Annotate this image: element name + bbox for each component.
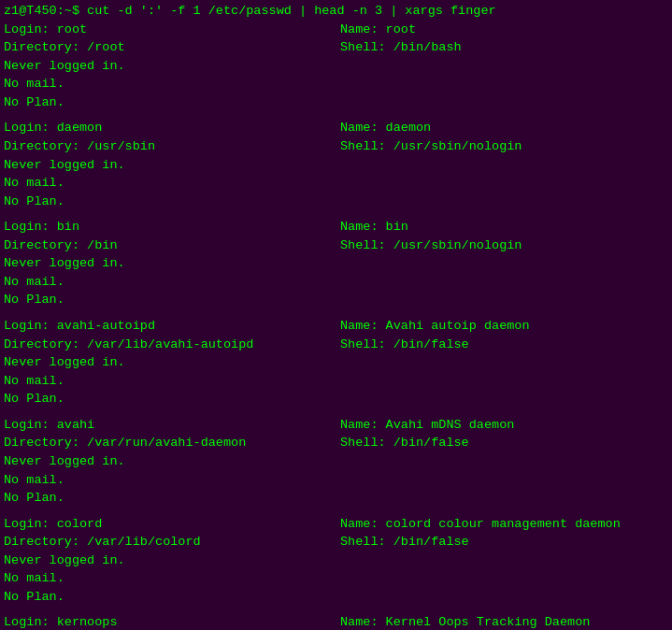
dir-avahi: Directory: /var/run/avahi-daemon <box>4 434 340 452</box>
entry-bin: Login: bin Name: bin Directory: /bin She… <box>4 218 668 309</box>
entry-root: Login: root Name: root Directory: /root … <box>4 21 668 112</box>
dir-daemon: Directory: /usr/sbin <box>4 137 340 156</box>
entry-kernoops: Login: kernoops Name: Kernel Oops Tracki… <box>4 613 668 630</box>
name-avahi-autoipd: Name: Avahi autoip daemon <box>340 317 530 336</box>
shell-daemon: Shell: /usr/sbin/nologin <box>340 137 522 156</box>
never-avahi: Never logged in. <box>4 452 668 471</box>
never-avahi-autoipd: Never logged in. <box>4 353 668 372</box>
name-root: Name: root <box>340 21 416 39</box>
never-bin: Never logged in. <box>4 254 668 273</box>
mail-daemon: No mail. <box>4 174 668 193</box>
mail-avahi: No mail. <box>4 471 668 490</box>
plan-daemon: No Plan. <box>4 193 668 211</box>
shell-avahi: Shell: /bin/false <box>340 434 469 452</box>
dir-bin: Directory: /bin <box>4 236 340 255</box>
shell-bin: Shell: /usr/sbin/nologin <box>340 236 522 255</box>
login-avahi: Login: avahi <box>4 416 340 435</box>
plan-root: No Plan. <box>4 93 668 112</box>
dir-colord: Directory: /var/lib/colord <box>4 533 340 551</box>
mail-avahi-autoipd: No mail. <box>4 372 668 391</box>
command-line: z1@T450:~$ cut -d ':' -f 1 /etc/passwd |… <box>4 2 668 21</box>
dir-avahi-autoipd: Directory: /var/lib/avahi-autoipd <box>4 336 340 354</box>
never-colord: Never logged in. <box>4 551 668 570</box>
name-daemon: Name: daemon <box>340 119 431 137</box>
entry-avahi: Login: avahi Name: Avahi mDNS daemon Dir… <box>4 416 668 508</box>
plan-bin: No Plan. <box>4 291 668 309</box>
shell-root: Shell: /bin/bash <box>340 38 462 57</box>
login-colord: Login: colord <box>4 515 340 534</box>
never-daemon: Never logged in. <box>4 156 668 175</box>
login-avahi-autoipd: Login: avahi-autoipd <box>4 317 340 336</box>
login-daemon: Login: daemon <box>4 119 340 137</box>
plan-avahi: No Plan. <box>4 489 668 508</box>
dir-root: Directory: /root <box>4 38 340 57</box>
login-root: Login: root <box>4 21 340 39</box>
shell-avahi-autoipd: Shell: /bin/false <box>340 336 469 354</box>
shell-colord: Shell: /bin/false <box>340 533 469 551</box>
mail-colord: No mail. <box>4 569 668 588</box>
name-kernoops: Name: Kernel Oops Tracking Daemon <box>340 613 590 630</box>
entry-colord: Login: colord Name: colord colour manage… <box>4 515 668 607</box>
mail-root: No mail. <box>4 75 668 93</box>
name-avahi: Name: Avahi mDNS daemon <box>340 416 514 435</box>
mail-bin: No mail. <box>4 273 668 292</box>
terminal-window: z1@T450:~$ cut -d ':' -f 1 /etc/passwd |… <box>0 0 672 630</box>
entry-daemon: Login: daemon Name: daemon Directory: /u… <box>4 119 668 210</box>
never-root: Never logged in. <box>4 57 668 76</box>
login-bin: Login: bin <box>4 218 340 236</box>
name-bin: Name: bin <box>340 218 408 236</box>
plan-avahi-autoipd: No Plan. <box>4 390 668 408</box>
login-kernoops: Login: kernoops <box>4 613 340 630</box>
entry-avahi-autoipd: Login: avahi-autoipd Name: Avahi autoip … <box>4 317 668 408</box>
plan-colord: No Plan. <box>4 588 668 607</box>
name-colord: Name: colord colour management daemon <box>340 515 621 534</box>
